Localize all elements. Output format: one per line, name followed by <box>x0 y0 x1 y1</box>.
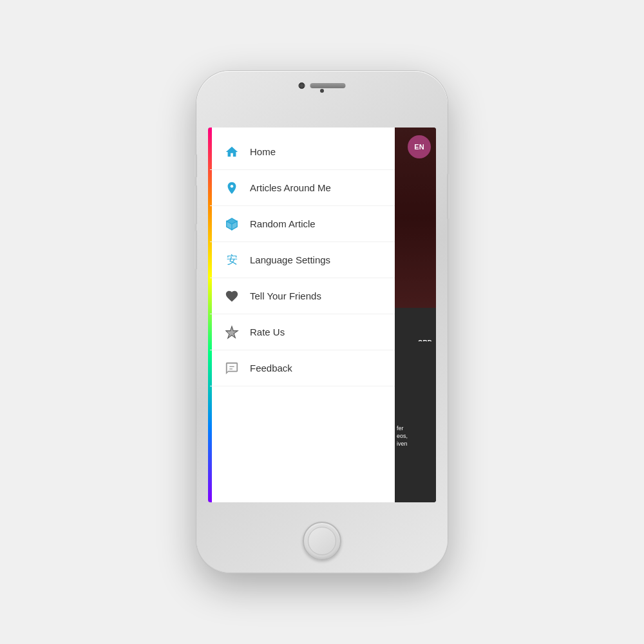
volume-down-button <box>194 231 197 269</box>
mute-button <box>194 155 197 177</box>
front-camera <box>320 89 324 93</box>
phone-device: EN ORD Eric fer eos, iven <box>196 71 448 573</box>
home-button-inner <box>308 527 336 555</box>
sidebar-item-feedback[interactable]: Feedback <box>210 350 395 386</box>
tell-friends-label: Tell Your Friends <box>250 290 321 301</box>
phone-screen: EN ORD Eric fer eos, iven <box>208 128 436 502</box>
kanji-icon: 安 <box>223 252 241 267</box>
heart-icon <box>223 289 241 303</box>
menu-items-list: Home Articles Around Me <box>210 128 395 386</box>
sidebar-item-language-settings[interactable]: 安 Language Settings <box>210 242 395 278</box>
chat-icon <box>223 361 241 375</box>
speaker <box>310 83 346 88</box>
feedback-label: Feedback <box>250 363 292 374</box>
screen-content: EN ORD Eric fer eos, iven <box>208 128 436 502</box>
app-bg-lower: fer eos, iven <box>394 341 436 502</box>
power-button <box>447 174 450 219</box>
lower-line-3: iven <box>397 440 433 447</box>
volume-up-button <box>194 185 197 224</box>
lower-line-2: eos, <box>397 433 433 439</box>
app-bg-lower-text: fer eos, iven <box>394 422 436 451</box>
home-icon <box>223 145 241 159</box>
navigation-drawer: Home Articles Around Me <box>208 128 395 502</box>
sidebar-item-articles-around-me[interactable]: Articles Around Me <box>210 170 395 206</box>
lower-line-1: fer <box>397 425 433 431</box>
articles-around-me-label: Articles Around Me <box>250 182 331 193</box>
star-icon <box>223 325 241 339</box>
home-label: Home <box>250 146 276 157</box>
language-badge[interactable]: EN <box>408 135 431 158</box>
language-settings-label: Language Settings <box>250 254 330 265</box>
sidebar-item-random-article[interactable]: Random Article <box>210 206 395 242</box>
home-button[interactable] <box>303 522 341 560</box>
camera-icon <box>299 82 305 89</box>
sidebar-item-tell-friends[interactable]: Tell Your Friends <box>210 278 395 314</box>
app-bg-top-image: EN <box>394 128 436 308</box>
phone-top-bar <box>299 82 346 89</box>
cube-icon <box>223 217 241 231</box>
sidebar-item-home[interactable]: Home <box>210 134 395 170</box>
location-icon <box>223 181 241 195</box>
random-article-label: Random Article <box>250 218 316 229</box>
sidebar-item-rate-us[interactable]: Rate Us <box>210 314 395 350</box>
rate-us-label: Rate Us <box>250 327 285 337</box>
